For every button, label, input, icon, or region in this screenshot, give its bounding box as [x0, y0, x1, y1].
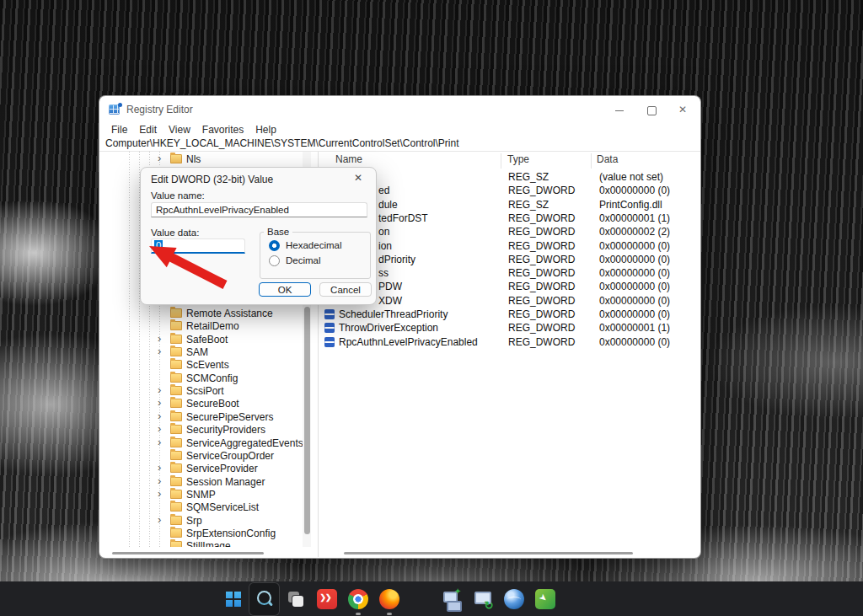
tree-item-label: ScsiPort: [186, 385, 224, 397]
reg-dword-icon: [324, 323, 335, 333]
pc-sync-icon: [473, 589, 493, 609]
tree-item-label: SNMP: [186, 489, 216, 501]
taskbar-red-app-icon[interactable]: [311, 582, 342, 616]
menu-file[interactable]: File: [105, 124, 133, 137]
taskbar-firefox-icon[interactable]: [373, 582, 405, 616]
value-row-rpcauthnlevelprivacyenabled[interactable]: RpcAuthnLevelPrivacyEnabledREG_DWORD0x00…: [99, 335, 700, 349]
tree-item-servicegrouporder[interactable]: ServiceGroupOrder: [99, 449, 302, 462]
tree-item-scsiport[interactable]: ›ScsiPort: [99, 384, 302, 397]
tree-item-scevents[interactable]: ScEvents: [99, 358, 302, 371]
chevron-right-icon[interactable]: ›: [158, 437, 166, 448]
maximize-icon[interactable]: [646, 105, 657, 115]
tree-item-session-manager[interactable]: ›Session Manager: [99, 475, 302, 488]
dialog-close-icon[interactable]: [354, 172, 367, 185]
value-type: REG_DWORD: [508, 308, 575, 320]
chevron-right-icon[interactable]: ›: [158, 514, 166, 526]
title-bar[interactable]: Registry Editor: [99, 96, 700, 124]
radio-unselected-icon[interactable]: [269, 255, 280, 266]
chevron-right-icon[interactable]: ›: [158, 384, 166, 396]
tree-item-sqmservicelist[interactable]: SQMServiceList: [99, 501, 302, 513]
tree-item-label: ServiceAggregatedEvents: [186, 437, 303, 449]
value-data: 0x00000002 (2): [599, 226, 670, 238]
value-data: PrintConfig.dll: [599, 199, 662, 211]
close-icon[interactable]: [678, 105, 689, 115]
ok-button[interactable]: OK: [259, 282, 311, 297]
radio-decimal[interactable]: Decimal: [269, 254, 321, 266]
cancel-button[interactable]: Cancel: [319, 282, 372, 297]
value-data: 0x00000000 (0): [599, 240, 670, 252]
taskbar-search-icon[interactable]: [249, 582, 280, 616]
value-data: 0x00000000 (0): [599, 295, 670, 307]
value-name-fragment: PDW: [378, 281, 402, 292]
value-data: 0x00000000 (0): [599, 254, 670, 265]
taskbar-chrome-icon[interactable]: [342, 582, 373, 616]
search-icon: [255, 589, 275, 609]
taskbar-start-icon[interactable]: [217, 582, 249, 616]
value-data: 0x00000000 (0): [599, 336, 670, 348]
list-horizontal-scrollbar[interactable]: [344, 552, 633, 554]
value-type: REG_DWORD: [508, 185, 575, 196]
value-name: ThrowDriverException: [339, 322, 438, 334]
folder-icon: [170, 463, 182, 473]
idm-icon: [535, 589, 555, 609]
radio-selected-icon[interactable]: [269, 240, 280, 251]
tree-item-stillimage[interactable]: StillImage: [99, 539, 302, 547]
value-data-input[interactable]: 0: [151, 238, 245, 254]
value-type: REG_DWORD: [508, 254, 575, 265]
minimize-icon[interactable]: [614, 105, 624, 115]
value-type: REG_DWORD: [508, 240, 575, 252]
value-type: REG_DWORD: [508, 267, 575, 279]
menu-edit[interactable]: Edit: [133, 124, 163, 137]
menu-help[interactable]: Help: [249, 124, 282, 137]
radio-hexadecimal[interactable]: Hexadecimal: [269, 239, 341, 251]
tree-item-label: SrpExtensionConfig: [186, 528, 276, 539]
tree-item-secureboot[interactable]: ›SecureBoot: [99, 397, 302, 410]
taskbar-remote-pc-icon[interactable]: [436, 582, 467, 616]
tree-horizontal-scrollbar[interactable]: [112, 552, 264, 554]
value-row-schedulerthreadpriority[interactable]: SchedulerThreadPriorityREG_DWORD0x000000…: [99, 308, 700, 321]
value-name-fragment: on: [378, 226, 389, 238]
taskbar-blue-globe-icon[interactable]: [498, 582, 529, 616]
value-type: REG_DWORD: [508, 336, 575, 348]
base-group: Base: [260, 227, 371, 279]
column-separator[interactable]: [591, 153, 592, 169]
tree-item-securityproviders[interactable]: ›SecurityProviders: [99, 423, 302, 436]
tree-item-snmp[interactable]: ›SNMP: [99, 488, 302, 501]
column-separator[interactable]: [501, 153, 501, 169]
tree-item-securepipeservers[interactable]: ›SecurePipeServers: [99, 410, 302, 423]
taskbar-pc-sync-icon[interactable]: [467, 582, 498, 616]
value-name-fragment: dPriority: [378, 254, 415, 265]
menu-view[interactable]: View: [163, 124, 196, 137]
chevron-right-icon[interactable]: ›: [158, 423, 166, 435]
chevron-right-icon[interactable]: ›: [158, 475, 166, 487]
value-data: 0x00000001 (1): [599, 322, 670, 334]
address-bar[interactable]: Computer\HKEY_LOCAL_MACHINE\SYSTEM\Curre…: [105, 137, 458, 151]
tree-item-serviceaggregatedevents[interactable]: ›ServiceAggregatedEvents: [99, 437, 302, 449]
remote-pc-icon: [442, 589, 462, 609]
column-header-data[interactable]: Data: [597, 153, 618, 169]
selected-text: 0: [154, 240, 163, 250]
tree-item-serviceprovider[interactable]: ›ServiceProvider: [99, 462, 302, 474]
tree-item-label: StillImage: [186, 540, 231, 547]
tree-item-label: SQMServiceList: [186, 501, 259, 513]
tree-item-srp[interactable]: ›Srp: [99, 514, 302, 527]
chevron-right-icon[interactable]: ›: [158, 410, 166, 422]
taskbar-idm-icon[interactable]: [529, 582, 560, 616]
start-icon: [223, 589, 244, 609]
chevron-right-icon[interactable]: ›: [158, 462, 166, 474]
value-row-throwdriverexception[interactable]: ThrowDriverExceptionREG_DWORD0x00000001 …: [99, 321, 700, 335]
tree-item-scmconfig[interactable]: SCMConfig: [99, 372, 302, 384]
value-name-fragment: tedForDST: [378, 212, 428, 224]
chevron-right-icon[interactable]: ›: [158, 397, 166, 409]
taskbar-file-explorer-icon[interactable]: [405, 582, 436, 616]
tree-item-srpextensionconfig[interactable]: SrpExtensionConfig: [99, 527, 302, 539]
chevron-right-icon[interactable]: ›: [158, 488, 166, 500]
taskbar-task-view-icon[interactable]: [280, 582, 311, 616]
tree-item-label: ServiceProvider: [186, 463, 258, 474]
value-data: 0x00000000 (0): [599, 281, 670, 292]
column-header-type[interactable]: Type: [507, 153, 529, 169]
menu-favorites[interactable]: Favorites: [196, 124, 249, 137]
folder-icon: [170, 477, 182, 486]
tree-item-label: SecurePipeServers: [186, 411, 273, 423]
value-name-field[interactable]: RpcAuthnLevelPrivacyEnabled: [151, 202, 367, 217]
